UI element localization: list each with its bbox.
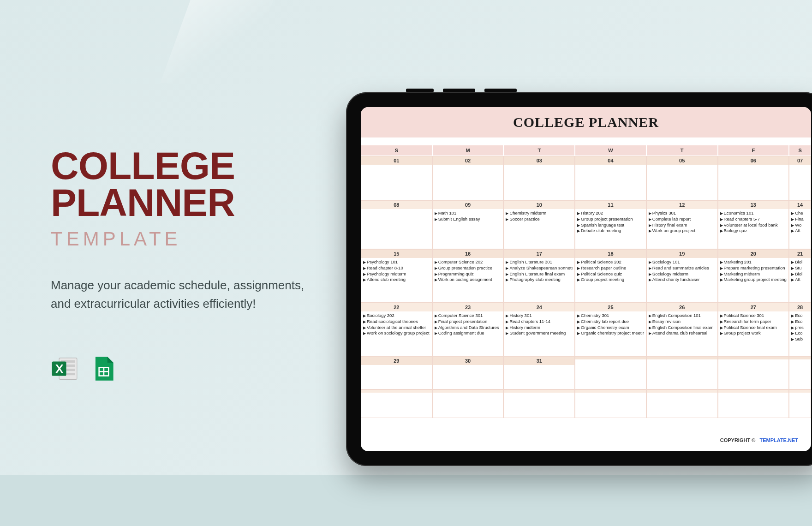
task-item: Marketing group project meeting — [720, 277, 787, 283]
calendar-cell[interactable] — [361, 389, 432, 418]
calendar-week: 293031 — [361, 356, 811, 389]
task-item: Att — [791, 228, 809, 234]
task-item: Chemistry 301 — [577, 313, 644, 319]
date-number: 22 — [361, 303, 432, 311]
date-number: 26 — [647, 303, 717, 311]
task-list — [504, 393, 574, 418]
task-item: Spanish language test — [577, 222, 644, 228]
date-number: 13 — [718, 201, 789, 209]
task-list: History 301Read chapters 11-14History mi… — [504, 311, 574, 356]
calendar-cell[interactable]: 21BiolStuBiolAtt — [789, 249, 811, 303]
calendar-cell[interactable]: 25Chemistry 301Chemistry lab report dueO… — [575, 303, 646, 356]
calendar-cell[interactable] — [503, 389, 575, 418]
task-list — [433, 165, 503, 200]
task-item: English Literature 301 — [506, 259, 573, 265]
calendar-cell[interactable]: 07 — [789, 156, 811, 200]
task-item: English Composition 101 — [649, 313, 716, 319]
task-item: Essay revision — [649, 319, 716, 325]
task-item: Attend club meeting — [363, 277, 430, 283]
calendar-cell[interactable]: 06 — [718, 156, 789, 200]
background-bottom — [0, 475, 812, 526]
task-item: Fina — [791, 216, 809, 222]
task-list — [361, 393, 432, 418]
calendar-cell[interactable] — [575, 356, 646, 389]
task-list: English Composition 101Essay revisionEng… — [647, 311, 717, 356]
task-list — [789, 359, 811, 389]
task-item: Algorithms and Data Structures — [435, 325, 502, 331]
calendar-cell[interactable]: 13Economics 101Read chapters 5-7Voluntee… — [718, 200, 789, 249]
date-number: 14 — [789, 201, 811, 209]
task-list — [789, 165, 811, 200]
calendar-cell[interactable]: 02 — [432, 156, 504, 200]
task-list — [718, 165, 789, 200]
calendar-cell[interactable]: 17English Literature 301Analyze Shakespe… — [503, 249, 575, 303]
task-item: Volunteer at the animal shelter — [363, 325, 430, 331]
calendar-cell[interactable] — [718, 356, 789, 389]
calendar-cell[interactable]: 22Sociology 202Read sociological theorie… — [361, 303, 432, 356]
calendar-cell[interactable] — [646, 356, 718, 389]
calendar-cell[interactable]: 27Political Science 301Research for term… — [718, 303, 789, 356]
task-item: Group presentation practice — [435, 265, 502, 271]
date-number: 23 — [433, 303, 503, 311]
copyright: COPYRIGHT © TEMPLATE.NET — [720, 437, 798, 443]
calendar-cell[interactable]: 08 — [361, 200, 432, 249]
date-number: 07 — [789, 156, 811, 165]
date-number: 20 — [718, 250, 789, 258]
task-list: Computer Science 202Group presentation p… — [433, 258, 503, 302]
calendar-cell[interactable] — [432, 389, 504, 418]
calendar-cell[interactable]: 12Physics 301Complete lab reportHistory … — [646, 200, 718, 249]
date-number: 19 — [647, 250, 717, 258]
calendar-cell[interactable]: 24History 301Read chapters 11-14History … — [503, 303, 575, 356]
task-list — [647, 393, 717, 418]
task-item: Group project work — [720, 330, 787, 336]
task-item: Marketing 201 — [720, 259, 787, 265]
calendar-cell[interactable]: 10Chemistry midtermSoccer practice — [503, 200, 575, 249]
date-number: 12 — [647, 201, 717, 209]
date-number: 09 — [433, 201, 503, 209]
task-item: Programming quiz — [435, 271, 502, 277]
calendar-cell[interactable]: 11History 202Group project presentationS… — [575, 200, 646, 249]
calendar-cell[interactable]: 09Math 101Submit English essay — [432, 200, 504, 249]
calendar-cell[interactable]: 23Computer Science 301Final project pres… — [432, 303, 504, 356]
task-list: Marketing 201Prepare marketing presentat… — [718, 258, 789, 302]
calendar-cell[interactable]: 31 — [503, 356, 575, 389]
task-list — [575, 165, 646, 200]
calendar-week: 15Psychology 101Read chapter 8-10Psychol… — [361, 249, 811, 303]
calendar-cell[interactable] — [718, 389, 789, 418]
calendar-cell[interactable]: 28EcoEcopresEcoSub — [789, 303, 811, 356]
task-item: Work on group project — [649, 228, 716, 234]
calendar-cell[interactable]: 01 — [361, 156, 432, 200]
date-number: 25 — [575, 303, 646, 311]
day-header: S — [361, 145, 432, 156]
calendar-cell[interactable]: 03 — [503, 156, 575, 200]
day-header: T — [646, 145, 718, 156]
date-number: 31 — [504, 357, 574, 365]
calendar-cell[interactable] — [789, 356, 811, 389]
task-item: Complete lab report — [649, 216, 716, 222]
task-list: Sociology 202Read sociological theoriesV… — [361, 311, 432, 356]
calendar-cell[interactable]: 04 — [575, 156, 646, 200]
calendar-cell[interactable]: 14CheFinaWoAtt — [789, 200, 811, 249]
calendar-cell[interactable] — [575, 389, 646, 418]
calendar-cell[interactable] — [789, 389, 811, 418]
calendar-cell[interactable]: 20Marketing 201Prepare marketing present… — [718, 249, 789, 303]
task-list: Psychology 101Read chapter 8-10Psycholog… — [361, 258, 432, 302]
task-list — [575, 359, 646, 389]
calendar-cell[interactable]: 05 — [646, 156, 718, 200]
task-list — [789, 393, 811, 418]
calendar-cell[interactable]: 26English Composition 101Essay revisionE… — [646, 303, 718, 356]
calendar-cell[interactable]: 15Psychology 101Read chapter 8-10Psychol… — [361, 249, 432, 303]
task-item: Political Science 202 — [577, 259, 644, 265]
task-item: History 202 — [577, 210, 644, 216]
date-number: 02 — [433, 156, 503, 165]
calendar-cell[interactable]: 18Political Science 202Research paper ou… — [575, 249, 646, 303]
tablet-device: COLLEGE PLANNER S M T W T F S 0102030405… — [346, 92, 812, 466]
calendar-cell[interactable]: 29 — [361, 356, 432, 389]
calendar-cell[interactable]: 19Sociology 101Read and summarize articl… — [646, 249, 718, 303]
date-number: 18 — [575, 250, 646, 258]
calendar-cell[interactable] — [646, 389, 718, 418]
copyright-link[interactable]: TEMPLATE.NET — [759, 437, 798, 443]
calendar-cell[interactable]: 16Computer Science 202Group presentation… — [432, 249, 504, 303]
task-item: Analyze Shakespearean sonnets — [506, 265, 573, 271]
calendar-cell[interactable]: 30 — [432, 356, 504, 389]
